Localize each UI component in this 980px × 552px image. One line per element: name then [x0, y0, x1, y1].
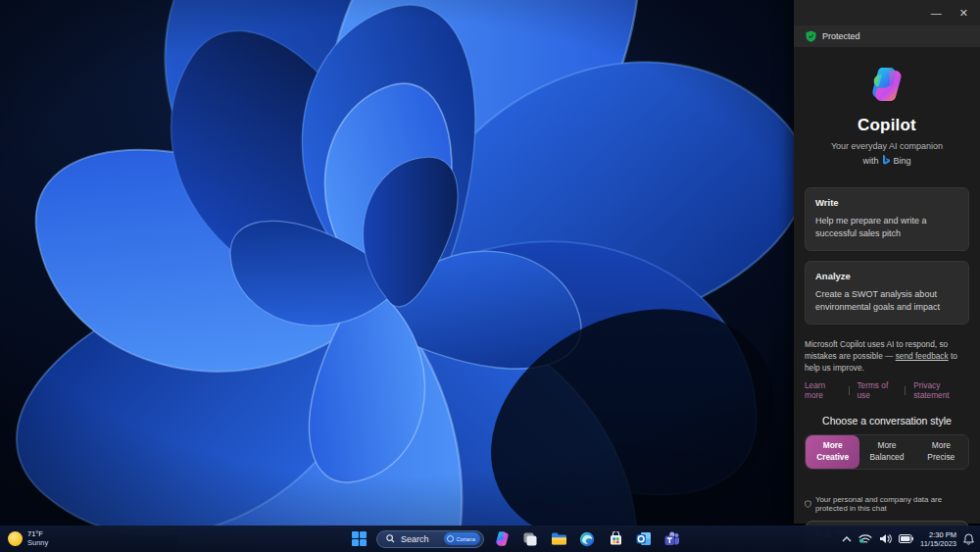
copilot-title: Copilot — [858, 116, 916, 135]
outlook-icon — [636, 531, 652, 546]
search-box[interactable]: Search Cortana — [376, 530, 484, 548]
taskbar-center: Search Cortana — [348, 526, 683, 552]
battery-icon[interactable] — [899, 534, 913, 543]
taskbar-app-task-view[interactable] — [519, 528, 541, 550]
clock-date: 11/15/2023 — [920, 539, 956, 548]
shield-icon — [806, 30, 816, 42]
conversation-style-title: Choose a conversation style — [794, 415, 980, 427]
copilot-sidebar: — ✕ Protected — [794, 0, 980, 524]
task-view-icon — [522, 531, 538, 547]
taskbar-app-teams[interactable] — [662, 528, 683, 550]
suggestion-body: Help me prepare and write a successful s… — [815, 215, 958, 240]
microsoft-store-icon — [609, 531, 623, 546]
system-tray: 2:30 PM 11/15/2023 — [842, 526, 974, 552]
search-label: Search — [401, 534, 429, 544]
terms-of-use-link[interactable]: Terms of use — [857, 380, 897, 400]
style-line2: Precise — [927, 452, 955, 462]
divider — [849, 386, 850, 395]
windows-logo-icon — [352, 531, 367, 546]
copilot-titlebar: — ✕ — [794, 0, 980, 25]
style-more-creative-button[interactable]: More Creative — [806, 435, 859, 469]
data-protection-text: Your personal and company data are prote… — [815, 495, 969, 513]
data-protection-note: Your personal and company data are prote… — [805, 495, 969, 513]
copilot-hero: Copilot Your everyday AI companion with … — [794, 47, 980, 166]
desktop-screen: — ✕ Protected — [0, 0, 980, 552]
suggestion-card-analyze[interactable]: Analyze Create a SWOT analysis about env… — [805, 261, 969, 325]
taskbar-app-copilot[interactable] — [491, 528, 513, 550]
copilot-tagline: Your everyday AI companion — [831, 141, 943, 151]
volume-icon[interactable] — [879, 533, 892, 544]
taskbar-app-file-explorer[interactable] — [548, 528, 569, 550]
taskbar-app-outlook[interactable] — [633, 528, 655, 550]
bing-icon — [882, 155, 891, 166]
send-feedback-link[interactable]: send feedback — [896, 351, 949, 361]
notifications-bell-icon[interactable] — [963, 533, 974, 545]
privacy-statement-link[interactable]: Privacy statement — [913, 380, 969, 400]
learn-more-link[interactable]: Learn more — [805, 380, 841, 400]
bing-label: Bing — [894, 156, 911, 166]
badge-label: Cortana — [456, 536, 475, 542]
protected-label: Protected — [822, 31, 860, 41]
search-highlight-badge[interactable]: Cortana — [444, 532, 480, 545]
suggestion-title: Write — [815, 197, 958, 208]
style-line1: More — [932, 440, 951, 450]
network-wifi-icon[interactable] — [858, 533, 872, 545]
with-bing-row: with Bing — [862, 155, 910, 166]
style-line2: Balanced — [870, 452, 905, 462]
search-icon — [386, 534, 395, 543]
style-line2: Creative — [816, 452, 849, 462]
tray-chevron-up-icon[interactable] — [842, 536, 852, 542]
copilot-icon — [494, 530, 511, 547]
suggestion-title: Analyze — [815, 271, 958, 281]
minimize-icon[interactable]: — — [931, 8, 942, 19]
conversation-style-group: More Creative More Balanced More Precise — [805, 434, 969, 470]
taskbar-app-edge[interactable] — [576, 528, 598, 550]
suggestion-body: Create a SWOT analysis about environment… — [815, 288, 958, 314]
divider — [905, 386, 906, 395]
widgets-weather-button[interactable]: 71°F Sunny — [8, 526, 48, 552]
copilot-logo-icon — [867, 65, 906, 104]
teams-icon — [664, 531, 680, 546]
close-icon[interactable]: ✕ — [959, 8, 968, 19]
style-line1: More — [823, 440, 843, 450]
start-button[interactable] — [348, 528, 369, 550]
edge-icon — [579, 531, 595, 547]
taskbar-clock[interactable]: 2:30 PM 11/15/2023 — [920, 530, 956, 548]
clock-time: 2:30 PM — [929, 530, 956, 539]
with-label: with — [862, 156, 878, 166]
shield-outline-icon — [805, 499, 811, 509]
legal-links: Learn more Terms of use Privacy statemen… — [805, 380, 969, 400]
style-more-precise-button[interactable]: More Precise — [914, 435, 968, 469]
sun-icon — [8, 531, 23, 546]
taskbar-app-microsoft-store[interactable] — [605, 528, 626, 550]
style-more-balanced-button[interactable]: More Balanced — [859, 435, 913, 469]
taskbar: 71°F Sunny Search — [0, 526, 980, 552]
weather-condition: Sunny — [27, 539, 48, 548]
ai-disclaimer: Microsoft Copilot uses AI to respond, so… — [805, 338, 969, 374]
file-explorer-icon — [551, 531, 567, 546]
protected-badge: Protected — [794, 25, 980, 47]
badge-icon — [447, 535, 454, 542]
style-line1: More — [877, 440, 896, 450]
suggestion-card-write[interactable]: Write Help me prepare and write a succes… — [805, 187, 969, 251]
